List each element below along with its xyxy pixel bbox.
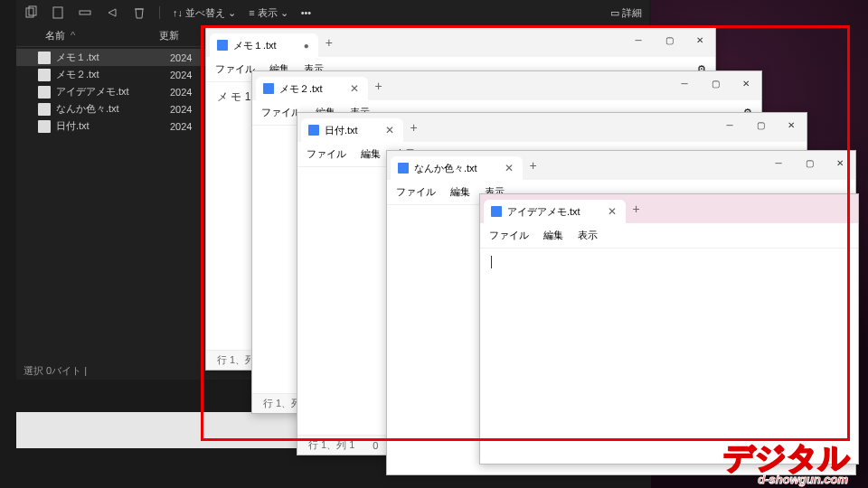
- editor-area[interactable]: [480, 249, 858, 285]
- menu-file[interactable]: ファイル: [396, 185, 436, 199]
- col-header-name[interactable]: 名前^: [24, 29, 159, 42]
- new-tab-button[interactable]: +: [524, 158, 542, 173]
- file-icon: [38, 103, 51, 116]
- file-icon: [38, 120, 51, 133]
- menu-file[interactable]: ファイル: [215, 62, 255, 76]
- file-icon: [38, 86, 51, 99]
- new-tab-button[interactable]: +: [320, 35, 338, 50]
- explorer-status-bar: 選択 0バイト |: [16, 361, 94, 380]
- maximize-button[interactable]: ▢: [745, 113, 776, 136]
- new-tab-button[interactable]: +: [627, 202, 646, 216]
- explorer-toolbar: ↑↓ 並べ替え ⌄ ≡ 表示 ⌄ ••• ▭ 詳細: [16, 0, 649, 25]
- minimize-button[interactable]: ─: [623, 28, 654, 52]
- tab-close-icon[interactable]: ✕: [505, 162, 514, 174]
- menu-view[interactable]: 表示: [578, 229, 598, 242]
- document-icon: [398, 163, 409, 174]
- paste-icon[interactable]: [51, 5, 65, 20]
- document-icon: [491, 206, 502, 217]
- sort-menu[interactable]: ↑↓ 並べ替え ⌄: [173, 6, 236, 20]
- document-icon: [263, 83, 274, 94]
- svg-rect-2: [53, 7, 62, 18]
- menu-file[interactable]: ファイル: [489, 229, 529, 242]
- tab-close-icon[interactable]: ✕: [385, 124, 394, 136]
- view-menu[interactable]: ≡ 表示 ⌄: [249, 6, 288, 20]
- text-cursor: [491, 256, 492, 268]
- menu-edit[interactable]: 編集: [543, 229, 563, 242]
- minimize-button[interactable]: ─: [669, 71, 700, 95]
- new-tab-button[interactable]: +: [370, 79, 388, 93]
- notepad-tab[interactable]: メモ１.txt●: [210, 33, 318, 57]
- file-icon: [38, 52, 51, 64]
- notepad-titlebar[interactable]: 日付.txt✕ + ─▢✕: [297, 113, 807, 142]
- separator: [159, 6, 160, 19]
- copy-icon[interactable]: [24, 5, 38, 20]
- close-button[interactable]: ✕: [825, 151, 855, 174]
- modified-indicator-icon: ●: [304, 41, 309, 51]
- minimize-button[interactable]: ─: [763, 151, 794, 174]
- close-button[interactable]: ✕: [731, 71, 761, 95]
- sort-caret-icon: ^: [71, 30, 75, 41]
- delete-icon[interactable]: [132, 5, 146, 20]
- notepad-titlebar[interactable]: なんか色々.txt✕ + ─▢✕: [387, 151, 855, 180]
- close-button[interactable]: ✕: [684, 28, 715, 52]
- maximize-button[interactable]: ▢: [700, 71, 731, 95]
- share-icon[interactable]: [105, 5, 119, 20]
- menu-edit[interactable]: 編集: [361, 147, 381, 161]
- notepad-tab[interactable]: メモ２.txt✕: [256, 77, 368, 100]
- tab-close-icon[interactable]: ✕: [608, 205, 617, 218]
- document-icon: [217, 40, 228, 51]
- menu-file[interactable]: ファイル: [307, 147, 346, 161]
- notepad-titlebar[interactable]: メモ１.txt● + ─▢✕: [206, 28, 715, 57]
- document-icon: [308, 125, 319, 136]
- tab-close-icon[interactable]: ✕: [350, 82, 359, 95]
- notepad-menubar: ファイル 編集 表示: [480, 223, 858, 249]
- rename-icon[interactable]: [78, 5, 92, 20]
- menu-edit[interactable]: 編集: [450, 185, 470, 199]
- notepad-tab[interactable]: なんか色々.txt✕: [391, 156, 523, 180]
- menu-file[interactable]: ファイル: [261, 106, 301, 119]
- notepad-window-idea: アイデアメモ.txt✕ + ファイル 編集 表示: [479, 193, 859, 465]
- more-menu[interactable]: •••: [301, 7, 312, 18]
- notepad-tab[interactable]: 日付.txt✕: [301, 118, 403, 142]
- minimize-button[interactable]: ─: [714, 113, 745, 136]
- details-toggle[interactable]: ▭ 詳細: [610, 6, 642, 20]
- notepad-titlebar[interactable]: メモ２.txt✕ + ─▢✕: [252, 71, 761, 100]
- maximize-button[interactable]: ▢: [654, 28, 684, 52]
- file-icon: [38, 69, 51, 81]
- notepad-titlebar[interactable]: アイデアメモ.txt✕ +: [480, 194, 858, 223]
- new-tab-button[interactable]: +: [405, 120, 423, 135]
- close-button[interactable]: ✕: [776, 113, 807, 136]
- notepad-tab[interactable]: アイデアメモ.txt✕: [484, 200, 626, 223]
- maximize-button[interactable]: ▢: [794, 151, 825, 174]
- svg-rect-3: [80, 11, 90, 14]
- watermark-url: d-showgun.com: [758, 473, 848, 486]
